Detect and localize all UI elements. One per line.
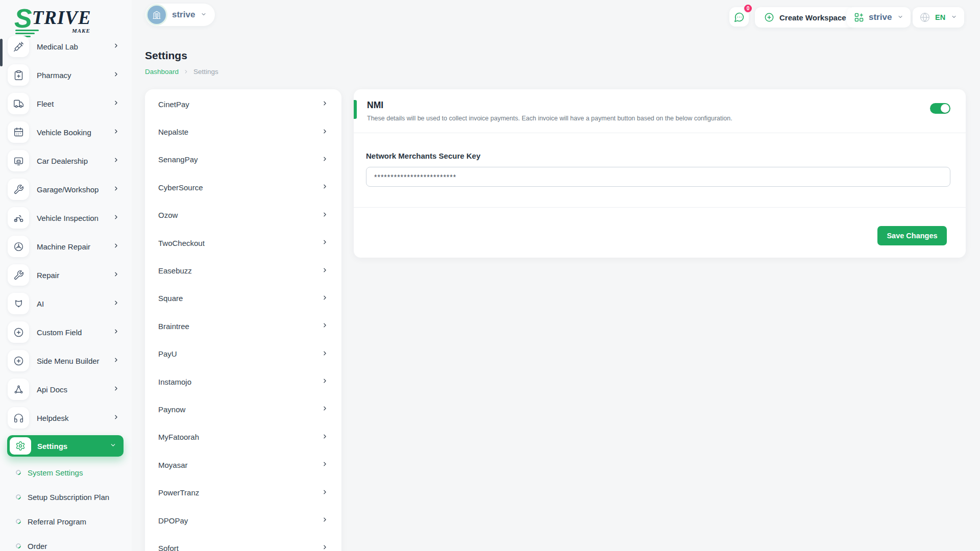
chat-badge: 0	[743, 4, 753, 13]
gateway-name: CyberSource	[158, 183, 203, 192]
plus-circle-icon	[8, 321, 29, 343]
sidebar-item[interactable]: Vehicle Inspection	[0, 204, 132, 232]
sidebar-item[interactable]: Repair	[0, 261, 132, 289]
clipboard-plus-icon	[8, 64, 29, 86]
settings-submenu-item[interactable]: System Settings	[0, 460, 132, 485]
sidebar-item-label: Vehicle Booking	[37, 128, 91, 137]
gateway-row[interactable]: MyFatoorah	[145, 423, 341, 451]
gateway-name: Ozow	[158, 211, 178, 219]
settings-submenu-item[interactable]: Setup Subscription Plan	[0, 485, 132, 509]
gear-icon	[10, 437, 31, 455]
sidebar-item-label: Repair	[37, 271, 59, 280]
chevron-down-icon	[897, 13, 903, 22]
workspace-select-name: strive	[869, 12, 892, 22]
gateway-row[interactable]: Easebuzz	[145, 257, 341, 284]
plus-circle-icon	[8, 350, 29, 371]
api-nodes-icon	[8, 379, 29, 400]
gateway-row[interactable]: TwoCheckout	[145, 229, 341, 257]
fox-icon	[8, 293, 29, 314]
sidebar-item-settings[interactable]: Settings	[7, 435, 124, 457]
gateway-name: Paynow	[158, 405, 185, 414]
submenu-item-label: Setup Subscription Plan	[28, 493, 109, 502]
gateway-row[interactable]: CyberSource	[145, 173, 341, 201]
settings-submenu: System Settings Setup Subscription Plan …	[0, 460, 132, 551]
sidebar-item[interactable]: Api Docs	[0, 375, 132, 404]
gateway-row[interactable]: Paynow	[145, 395, 341, 423]
gateway-row[interactable]: Square	[145, 285, 341, 312]
chevron-right-icon	[322, 377, 328, 386]
gateway-row[interactable]: Ozow	[145, 202, 341, 229]
gateway-name: PowerTranz	[158, 488, 199, 497]
brand-logo[interactable]: S TRIVE MAKE	[14, 6, 91, 31]
sidebar-item-label: Custom Field	[37, 328, 82, 337]
sidebar-item[interactable]: Garage/Workshop	[0, 175, 132, 204]
bullet-ring-icon	[15, 542, 22, 549]
sidebar-item[interactable]: Pharmacy	[0, 61, 132, 89]
chevron-right-icon	[113, 328, 119, 337]
workspace-select[interactable]: strive	[847, 7, 911, 28]
chevron-right-icon	[322, 266, 328, 276]
gateway-name: Instamojo	[158, 378, 191, 386]
save-changes-button[interactable]: Save Changes	[877, 226, 947, 245]
gateway-name: TwoCheckout	[158, 239, 205, 247]
sidebar-item[interactable]: Medical Lab	[0, 32, 132, 61]
chevron-right-icon	[322, 211, 328, 220]
gateway-row[interactable]: CinetPay	[145, 90, 341, 118]
panel-accent-bar	[354, 100, 357, 119]
panel-description: These details will be used to collect in…	[367, 115, 950, 122]
create-workspace-label: Create Workspace	[779, 13, 846, 22]
toggle-knob	[941, 104, 949, 113]
chevron-right-icon	[322, 488, 328, 497]
chevron-right-icon	[322, 349, 328, 359]
create-workspace-button[interactable]: Create Workspace	[755, 7, 855, 28]
sidebar-item-label: Helpdesk	[37, 414, 69, 422]
sidebar-item[interactable]: AI	[0, 289, 132, 318]
nmi-toggle[interactable]	[930, 103, 950, 114]
chevron-down-icon	[110, 441, 116, 450]
chevron-right-icon	[113, 128, 119, 137]
breadcrumb: Dashboard Settings	[145, 68, 218, 76]
gateway-name: Sofort	[158, 544, 179, 551]
gateway-row[interactable]: SenangPay	[145, 146, 341, 173]
gateway-row[interactable]: Sofort	[145, 534, 341, 551]
nmi-settings-panel: NMI These details will be used to collec…	[354, 89, 966, 258]
car-screen-icon	[8, 150, 29, 171]
chevron-right-icon	[113, 385, 119, 394]
sidebar-item[interactable]: Car Dealership	[0, 146, 132, 175]
gateway-row[interactable]: Braintree	[145, 312, 341, 340]
chevron-right-icon	[113, 242, 119, 251]
secure-key-input[interactable]	[366, 167, 950, 187]
sidebar-item[interactable]: Helpdesk	[0, 404, 132, 432]
gateway-row[interactable]: Instamojo	[145, 368, 341, 395]
gateway-row[interactable]: PowerTranz	[145, 479, 341, 506]
sidebar-item[interactable]: Vehicle Booking	[0, 118, 132, 146]
settings-submenu-item[interactable]: Order	[0, 534, 132, 551]
language-code: EN	[935, 13, 945, 21]
plus-circle-icon	[764, 12, 774, 22]
sidebar-item[interactable]: Fleet	[0, 89, 132, 118]
language-select[interactable]: EN	[913, 7, 964, 28]
chevron-right-icon	[322, 543, 328, 551]
gateway-row[interactable]: DPOPay	[145, 507, 341, 534]
gateway-row[interactable]: PayU	[145, 340, 341, 368]
sidebar-item[interactable]: Custom Field	[0, 318, 132, 346]
sidebar-item[interactable]: Side Menu Builder	[0, 346, 132, 375]
chevron-right-icon	[113, 185, 119, 194]
chat-button[interactable]: 0	[729, 7, 749, 27]
gateway-name: Nepalste	[158, 128, 188, 136]
sidebar-item[interactable]: Machine Repair	[0, 232, 132, 261]
chevron-right-icon	[322, 99, 328, 109]
gateway-row[interactable]: Nepalste	[145, 118, 341, 145]
gateway-row[interactable]: Moyasar	[145, 451, 341, 479]
globe-icon	[920, 12, 930, 22]
chevron-right-icon	[322, 460, 328, 469]
gateway-name: Easebuzz	[158, 266, 192, 275]
workspace-switcher[interactable]: strive	[145, 4, 215, 26]
settings-submenu-item[interactable]: Referral Program	[0, 509, 132, 534]
logo-text: TRIVE	[32, 7, 91, 28]
sidebar-item-label: Side Menu Builder	[37, 357, 100, 365]
chevron-right-icon	[322, 128, 328, 137]
sidebar-item-label: Fleet	[37, 99, 54, 108]
breadcrumb-home-link[interactable]: Dashboard	[145, 68, 179, 76]
sidebar-item-label: Settings	[37, 442, 67, 450]
